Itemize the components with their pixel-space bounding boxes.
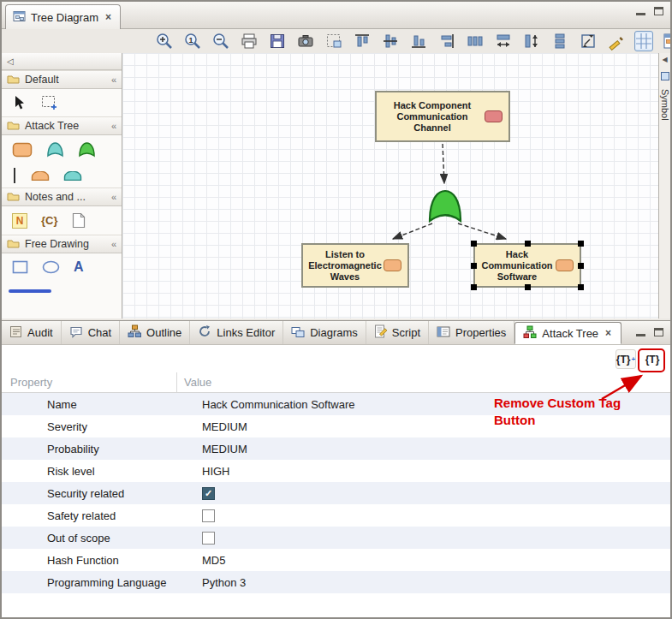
symbol-panel-label[interactable]: Symbol	[660, 89, 670, 121]
align-bottom-icon[interactable]	[408, 31, 429, 51]
align-middle-icon[interactable]	[380, 31, 401, 51]
symbol-panel-strip: ◀ Symbol	[658, 53, 670, 318]
outline-icon	[128, 324, 141, 341]
maximize-icon[interactable]	[654, 328, 663, 336]
node-label: Hack Component Communication Channel	[384, 100, 481, 134]
table-header: Property Value	[2, 372, 670, 393]
plus-icon: +	[632, 355, 636, 363]
selection-handle[interactable]	[578, 263, 584, 269]
collapse-section-icon[interactable]: «	[111, 192, 116, 202]
and-gate-tool-icon[interactable]	[46, 141, 64, 158]
save-icon[interactable]	[267, 31, 288, 51]
tab-diagrams[interactable]: Diagrams	[283, 321, 366, 344]
line-tool-icon[interactable]	[9, 289, 51, 293]
close-icon[interactable]: ×	[604, 327, 613, 339]
collapse-section-icon[interactable]: «	[111, 121, 116, 131]
table-row[interactable]: Risk level HIGH	[2, 460, 670, 482]
minimize-icon[interactable]	[636, 8, 645, 15]
close-icon[interactable]: ×	[104, 11, 113, 23]
node-badge	[556, 259, 574, 271]
table-row[interactable]: Hash Function MD5	[2, 549, 670, 571]
note-tool-icon[interactable]: N	[12, 213, 27, 229]
or-gate[interactable]	[427, 188, 463, 228]
table-row[interactable]: Out of scope	[2, 527, 670, 549]
selection-handle[interactable]	[578, 284, 584, 290]
table-row[interactable]: Security related ✓	[2, 482, 670, 504]
text-tool-icon[interactable]: A	[74, 259, 84, 275]
selection-handle[interactable]	[525, 241, 531, 247]
align-top-icon[interactable]	[352, 31, 372, 51]
constraint-tool-icon[interactable]: {C}	[41, 214, 58, 227]
diagrams-icon	[291, 325, 305, 341]
ellipse-tool-icon[interactable]	[42, 260, 60, 274]
connector-tool-icon[interactable]	[12, 167, 17, 184]
orange-shape-tool-icon[interactable]	[31, 171, 50, 181]
safety-related-checkbox[interactable]	[202, 509, 215, 522]
collapse-palette-icon[interactable]: ◁	[7, 57, 14, 66]
out-of-scope-checkbox[interactable]	[202, 532, 215, 545]
export-selection-icon[interactable]	[324, 31, 344, 51]
selection-handle[interactable]	[471, 241, 477, 247]
tab-properties[interactable]: Properties	[429, 321, 514, 344]
editor-tab-bar: Tree Diagram ×	[2, 2, 670, 29]
decorate-icon[interactable]	[606, 31, 627, 51]
palette-section-notes[interactable]: Notes and ... «	[2, 187, 122, 206]
audit-icon	[9, 325, 22, 341]
select-tool-icon[interactable]	[12, 95, 27, 110]
palette-section-default[interactable]: Default «	[2, 70, 122, 89]
align-right-icon[interactable]	[437, 31, 457, 51]
node-tool-icon[interactable]	[12, 142, 33, 158]
zoom-out-icon[interactable]	[211, 31, 231, 51]
node-badge	[485, 110, 503, 122]
properties-icon	[437, 325, 450, 341]
collapse-section-icon[interactable]: «	[111, 74, 116, 85]
cyan-shape-tool-icon[interactable]	[63, 171, 82, 181]
distribute-horizontal-icon[interactable]	[465, 31, 485, 51]
selection-handle[interactable]	[471, 263, 477, 269]
expand-symbol-panel-icon[interactable]: ◀	[662, 56, 667, 63]
table-row[interactable]: Programming Language Python 3	[2, 571, 670, 593]
node-badge	[384, 259, 401, 271]
folder-icon	[7, 191, 20, 204]
node-hack-component[interactable]: Hack Component Communication Channel	[375, 91, 510, 142]
node-listen-waves[interactable]: Listen to Electromagnetic Waves	[301, 243, 409, 288]
print-icon[interactable]	[239, 31, 259, 51]
table-row[interactable]: Safety related	[2, 504, 670, 527]
palette-section-attack-tree[interactable]: Attack Tree «	[2, 116, 122, 135]
selection-handle[interactable]	[525, 284, 531, 290]
tab-links-editor[interactable]: Links Editor	[190, 321, 283, 344]
tab-attack-tree[interactable]: Attack Tree ×	[514, 322, 621, 344]
security-related-checkbox[interactable]: ✓	[202, 487, 215, 500]
match-width-icon[interactable]	[493, 31, 514, 51]
auto-resize-icon[interactable]	[578, 31, 598, 51]
tab-audit[interactable]: Audit	[2, 321, 62, 344]
maximize-icon[interactable]	[654, 7, 663, 15]
distribute-vertical-icon[interactable]	[550, 31, 570, 51]
symbol-palette-icon[interactable]	[661, 31, 672, 51]
marquee-tool-icon[interactable]	[41, 95, 58, 110]
attack-tree-icon	[523, 325, 537, 342]
grid-icon[interactable]	[634, 31, 653, 51]
selection-handle[interactable]	[578, 241, 584, 247]
tab-script[interactable]: Script	[366, 321, 429, 344]
node-hack-comm-software[interactable]: Hack Communication Software	[473, 243, 581, 288]
document-tool-icon[interactable]	[72, 212, 86, 229]
camera-icon[interactable]	[295, 31, 316, 51]
zoom-in-icon[interactable]	[154, 31, 175, 51]
minimize-icon[interactable]	[636, 329, 645, 336]
tab-tree-diagram[interactable]: Tree Diagram ×	[5, 4, 121, 29]
column-header-value: Value	[177, 376, 211, 389]
tab-chat[interactable]: Chat	[62, 321, 120, 344]
collapse-section-icon[interactable]: «	[111, 239, 116, 249]
zoom-original-icon[interactable]: 1	[182, 31, 203, 51]
main-toolbar: 1	[2, 29, 670, 53]
symbol-panel-icon	[661, 68, 669, 84]
palette-section-free-drawing[interactable]: Free Drawing «	[2, 235, 122, 253]
selection-handle[interactable]	[471, 284, 477, 290]
match-height-icon[interactable]	[521, 31, 542, 51]
tab-outline[interactable]: Outline	[120, 321, 190, 344]
table-row[interactable]: Probability MEDIUM	[2, 437, 670, 460]
diagram-canvas[interactable]: Hack Component Communication Channel Lis…	[122, 53, 658, 318]
or-gate-tool-icon[interactable]	[78, 141, 96, 158]
rectangle-tool-icon[interactable]	[12, 260, 28, 274]
